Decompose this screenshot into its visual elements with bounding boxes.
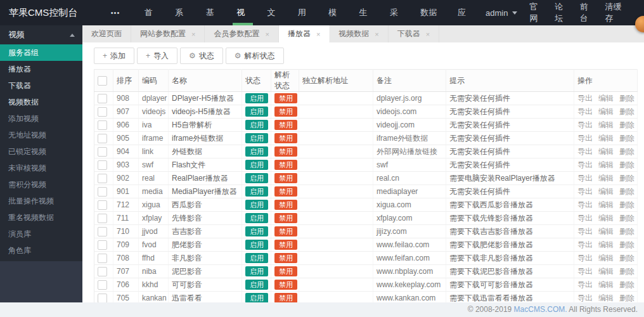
tab-close-icon[interactable]: × <box>375 30 378 38</box>
parse-status-badge[interactable]: 禁用 <box>274 173 297 183</box>
status-badge[interactable]: 启用 <box>245 200 268 210</box>
edit-link[interactable]: 编辑 <box>598 160 614 169</box>
delete-link[interactable]: 删除 <box>619 267 634 276</box>
status-badge[interactable]: 启用 <box>245 266 268 276</box>
parse-status-badge[interactable]: 禁用 <box>274 293 297 302</box>
toolbar-button-1[interactable]: +导入 <box>137 48 177 64</box>
parse-status-badge[interactable]: 禁用 <box>274 160 297 170</box>
export-link[interactable]: 导出 <box>577 267 593 276</box>
sidebar-item-0[interactable]: 服务器组 <box>0 44 82 61</box>
edit-link[interactable]: 编辑 <box>598 280 614 289</box>
status-badge[interactable]: 启用 <box>245 293 268 302</box>
sidebar-item-8[interactable]: 需积分视频 <box>0 176 82 193</box>
nav-item-5[interactable]: 用户 <box>289 0 319 25</box>
delete-link[interactable]: 删除 <box>619 187 634 196</box>
toolbar-button-0[interactable]: +添加 <box>94 48 134 64</box>
export-link[interactable]: 导出 <box>577 94 593 103</box>
edit-link[interactable]: 编辑 <box>598 240 614 249</box>
delete-link[interactable]: 删除 <box>619 200 634 209</box>
navbar-right-item-0[interactable]: admin <box>479 8 523 18</box>
parse-status-badge[interactable]: 禁用 <box>274 253 297 263</box>
row-checkbox[interactable] <box>98 160 107 170</box>
nav-item-3[interactable]: 视频 <box>228 0 258 25</box>
sidebar-item-5[interactable]: 无地址视频 <box>0 127 82 143</box>
row-checkbox[interactable] <box>98 200 107 210</box>
edit-link[interactable]: 编辑 <box>598 254 614 262</box>
export-link[interactable]: 导出 <box>577 227 593 236</box>
delete-link[interactable]: 删除 <box>619 227 634 236</box>
navbar-right-item-4[interactable]: 清缓存 <box>599 1 631 24</box>
export-link[interactable]: 导出 <box>577 240 593 249</box>
edit-link[interactable]: 编辑 <box>598 200 614 209</box>
export-link[interactable]: 导出 <box>577 160 593 169</box>
edit-link[interactable]: 编辑 <box>598 94 614 103</box>
nav-item-1[interactable]: 系统 <box>166 0 196 25</box>
edit-link[interactable]: 编辑 <box>598 134 614 143</box>
edit-link[interactable]: 编辑 <box>598 107 614 116</box>
delete-link[interactable]: 删除 <box>619 280 634 289</box>
navbar-right-item-3[interactable]: 前台 <box>574 1 599 24</box>
delete-link[interactable]: 删除 <box>619 294 634 302</box>
maccms-link[interactable]: MacCMS.COM. <box>514 305 567 314</box>
navbar-right-item-2[interactable]: 论坛 <box>548 1 574 24</box>
select-all-checkbox[interactable] <box>98 76 107 86</box>
status-badge[interactable]: 启用 <box>245 213 268 223</box>
status-badge[interactable]: 启用 <box>245 107 268 117</box>
tab-3[interactable]: 播放器× <box>279 25 330 42</box>
delete-link[interactable]: 删除 <box>619 134 634 143</box>
status-badge[interactable]: 启用 <box>245 186 268 197</box>
row-checkbox[interactable] <box>98 147 107 157</box>
nav-item-2[interactable]: 基础 <box>197 0 228 25</box>
row-checkbox[interactable] <box>98 267 107 276</box>
export-link[interactable]: 导出 <box>577 174 593 183</box>
nav-item-10[interactable]: 应用 <box>449 0 479 25</box>
export-link[interactable]: 导出 <box>577 280 593 289</box>
nav-item-6[interactable]: 模版 <box>319 0 350 25</box>
export-link[interactable]: 导出 <box>577 254 593 262</box>
nav-item-7[interactable]: 生成 <box>351 0 381 25</box>
row-checkbox[interactable] <box>98 94 107 103</box>
sidebar-item-4[interactable]: 添加视频 <box>0 110 82 127</box>
parse-status-badge[interactable]: 禁用 <box>274 280 297 290</box>
parse-status-badge[interactable]: 禁用 <box>274 93 297 103</box>
parse-status-badge[interactable]: 禁用 <box>274 213 297 223</box>
sidebar-item-12[interactable]: 角色库 <box>0 242 82 259</box>
toolbar-button-2[interactable]: ⚙状态 <box>180 48 223 64</box>
edit-link[interactable]: 编辑 <box>598 294 614 302</box>
tab-close-icon[interactable]: × <box>316 30 320 38</box>
export-link[interactable]: 导出 <box>577 120 593 129</box>
edit-link[interactable]: 编辑 <box>598 214 614 223</box>
delete-link[interactable]: 删除 <box>619 160 634 169</box>
row-checkbox[interactable] <box>98 240 107 250</box>
status-badge[interactable]: 启用 <box>245 240 268 250</box>
edit-link[interactable]: 编辑 <box>598 187 614 196</box>
delete-link[interactable]: 删除 <box>619 120 634 129</box>
delete-link[interactable]: 删除 <box>619 147 634 156</box>
tab-close-icon[interactable]: × <box>426 30 430 38</box>
export-link[interactable]: 导出 <box>577 147 593 156</box>
edit-link[interactable]: 编辑 <box>598 267 614 276</box>
parse-status-badge[interactable]: 禁用 <box>274 240 297 250</box>
row-checkbox[interactable] <box>98 134 107 143</box>
toolbar-button-3[interactable]: ⚙解析状态 <box>226 48 284 64</box>
status-badge[interactable]: 启用 <box>245 133 268 143</box>
delete-link[interactable]: 删除 <box>619 107 634 116</box>
row-checkbox[interactable] <box>98 107 107 117</box>
sidebar-group-header-video[interactable]: 视频 <box>0 25 82 44</box>
sidebar-item-7[interactable]: 未审核视频 <box>0 160 82 176</box>
parse-status-badge[interactable]: 禁用 <box>274 120 297 130</box>
edit-link[interactable]: 编辑 <box>598 120 614 129</box>
edit-link[interactable]: 编辑 <box>598 147 614 156</box>
parse-status-badge[interactable]: 禁用 <box>274 133 297 143</box>
status-badge[interactable]: 启用 <box>245 173 268 183</box>
row-checkbox[interactable] <box>98 227 107 236</box>
export-link[interactable]: 导出 <box>577 134 593 143</box>
sidebar-item-6[interactable]: 已锁定视频 <box>0 143 82 160</box>
delete-link[interactable]: 删除 <box>619 254 634 262</box>
status-badge[interactable]: 启用 <box>245 253 268 263</box>
delete-link[interactable]: 删除 <box>619 94 634 103</box>
row-checkbox[interactable] <box>98 214 107 223</box>
tab-5[interactable]: 下载器× <box>389 25 439 42</box>
status-badge[interactable]: 启用 <box>245 280 268 290</box>
status-badge[interactable]: 启用 <box>245 120 268 130</box>
